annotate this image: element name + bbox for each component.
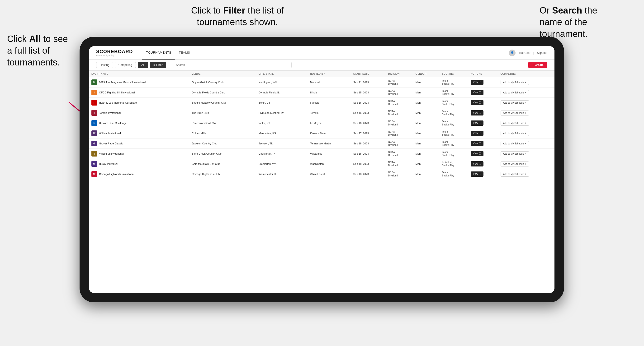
cell-actions-3: View ⓘ [468, 108, 498, 118]
cell-hosted-0: Marshall [308, 77, 351, 88]
add-schedule-button-4[interactable]: Add to My Schedule + [500, 121, 529, 126]
add-schedule-button-0[interactable]: Add to My Schedule + [500, 80, 529, 85]
tablet-frame: SCOREBOARD Powered by clipp TOURNAMENTS … [80, 37, 564, 302]
col-city-state: CITY, STATE [256, 71, 308, 77]
cell-gender-1: Men [413, 88, 440, 98]
add-schedule-button-7[interactable]: Add to My Schedule + [500, 151, 529, 156]
cell-competing-9: Add to My Schedule + [498, 169, 554, 179]
cell-competing-3: Add to My Schedule + [498, 108, 554, 118]
cell-date-5: Sep 17, 2023 [351, 128, 386, 139]
cell-hosted-3: Temple [308, 108, 351, 118]
cell-date-1: Sep 15, 2023 [351, 88, 386, 98]
tablet-screen: SCOREBOARD Powered by clipp TOURNAMENTS … [89, 46, 554, 293]
cell-hosted-7: Valparaiso [308, 149, 351, 159]
col-hosted-by: HOSTED BY [308, 71, 351, 77]
add-schedule-button-2[interactable]: Add to My Schedule + [500, 100, 529, 105]
cell-event-name-3: T Temple Invitational [89, 108, 190, 118]
cell-city-8: Bremerton, WA [256, 159, 308, 169]
cell-venue-4: Ravenwood Golf Club [190, 118, 256, 128]
add-schedule-button-6[interactable]: Add to My Schedule + [500, 141, 529, 146]
cell-venue-3: The 1912 Club [190, 108, 256, 118]
cell-city-9: Westchester, IL [256, 169, 308, 179]
search-input[interactable] [173, 62, 292, 68]
view-button-5[interactable]: View ⓘ [471, 131, 484, 136]
view-button-9[interactable]: View ⓘ [471, 172, 484, 177]
hosting-tab[interactable]: Hosting [96, 62, 113, 68]
team-logo-3: T [92, 110, 97, 116]
table-row: W Wildcat Invitational Colbert Hills Man… [89, 128, 554, 139]
add-schedule-button-8[interactable]: Add to My Schedule + [500, 162, 529, 167]
tournaments-table: EVENT NAME VENUE CITY, STATE HOSTED BY S… [89, 71, 554, 179]
team-logo-6: G [92, 141, 97, 146]
cell-scoring-3: Team,Stroke Play [440, 108, 468, 118]
col-venue: VENUE [190, 71, 256, 77]
cell-city-1: Olympia Fields, IL [256, 88, 308, 98]
col-competing: COMPETING [498, 71, 554, 77]
cell-gender-8: Men [413, 159, 440, 169]
cell-venue-5: Colbert Hills [190, 128, 256, 139]
table-row: I OFCC Fighting Illini Invitational Olym… [89, 88, 554, 98]
cell-venue-1: Olympia Fields Country Club [190, 88, 256, 98]
filter-label: Filter [156, 63, 163, 67]
competing-tab[interactable]: Competing [115, 62, 136, 68]
all-tab[interactable]: All [138, 62, 148, 68]
cell-actions-4: View ⓘ [468, 118, 498, 128]
cell-division-9: NCAADivision I [386, 169, 413, 179]
add-schedule-button-9[interactable]: Add to My Schedule + [500, 172, 529, 177]
cell-venue-9: Chicago Highlands Club [190, 169, 256, 179]
cell-gender-3: Men [413, 108, 440, 118]
view-button-7[interactable]: View ⓘ [471, 151, 484, 156]
create-button[interactable]: + Create [528, 62, 547, 68]
nav-tab-teams[interactable]: TEAMS [175, 46, 194, 59]
team-logo-0: M [92, 79, 97, 85]
cell-city-3: Plymouth Meeting, PA [256, 108, 308, 118]
cell-gender-5: Men [413, 128, 440, 139]
nav-tab-tournaments[interactable]: TOURNAMENTS [142, 46, 175, 59]
cell-event-name-6: G Grover Page Classic [89, 139, 190, 149]
cell-actions-1: View ⓘ [468, 88, 498, 98]
cell-gender-6: Men [413, 139, 440, 149]
view-button-6[interactable]: View ⓘ [471, 141, 484, 146]
logo-sub: Powered by clipp [96, 54, 133, 57]
cell-actions-2: View ⓘ [468, 98, 498, 108]
cell-venue-6: Jackson Country Club [190, 139, 256, 149]
col-event-name: EVENT NAME [89, 71, 190, 77]
cell-date-6: Sep 18, 2023 [351, 139, 386, 149]
add-schedule-button-5[interactable]: Add to My Schedule + [500, 131, 529, 136]
cell-city-6: Jackson, TN [256, 139, 308, 149]
cell-hosted-8: Washington [308, 159, 351, 169]
cell-gender-7: Men [413, 149, 440, 159]
cell-hosted-2: Fairfield [308, 98, 351, 108]
table-header-row: EVENT NAME VENUE CITY, STATE HOSTED BY S… [89, 71, 554, 77]
table-container[interactable]: EVENT NAME VENUE CITY, STATE HOSTED BY S… [89, 71, 554, 293]
cell-competing-0: Add to My Schedule + [498, 77, 554, 88]
view-button-2[interactable]: View ⓘ [471, 100, 484, 105]
cell-scoring-9: Team,Stroke Play [440, 169, 468, 179]
cell-hosted-6: Tennessee-Martin [308, 139, 351, 149]
view-button-1[interactable]: View ⓘ [471, 90, 484, 95]
cell-competing-2: Add to My Schedule + [498, 98, 554, 108]
add-schedule-button-3[interactable]: Add to My Schedule + [500, 111, 529, 116]
cell-city-2: Berlin, CT [256, 98, 308, 108]
sign-out-link[interactable]: Sign out [537, 51, 547, 54]
team-logo-8: W [92, 161, 97, 167]
view-button-4[interactable]: View ⓘ [471, 121, 484, 126]
cell-scoring-8: Individual,Stroke Play [440, 159, 468, 169]
cell-date-9: Sep 18, 2023 [351, 169, 386, 179]
cell-event-name-9: W Chicago Highlands Invitational [89, 169, 190, 179]
cell-venue-0: Guyan Golf & Country Club [190, 77, 256, 88]
view-button-3[interactable]: View ⓘ [471, 110, 484, 116]
cell-division-0: NCAADivision I [386, 77, 413, 88]
cell-scoring-7: Team,Stroke Play [440, 149, 468, 159]
view-button-0[interactable]: View ⓘ [471, 80, 484, 85]
cell-event-name-1: I OFCC Fighting Illini Invitational [89, 88, 190, 98]
annotation-all: Click All to seea full list oftournament… [7, 33, 74, 68]
cell-division-5: NCAADivision I [386, 128, 413, 139]
event-name-7: Valpo Fall Invitational [99, 152, 124, 155]
filter-button[interactable]: ≡ Filter [150, 62, 166, 68]
event-name-3: Temple Invitational [99, 111, 121, 114]
col-scoring: SCORING [440, 71, 468, 77]
view-button-8[interactable]: View ⓘ [471, 161, 484, 167]
add-schedule-button-1[interactable]: Add to My Schedule + [500, 90, 529, 95]
table-row: W Chicago Highlands Invitational Chicago… [89, 169, 554, 179]
